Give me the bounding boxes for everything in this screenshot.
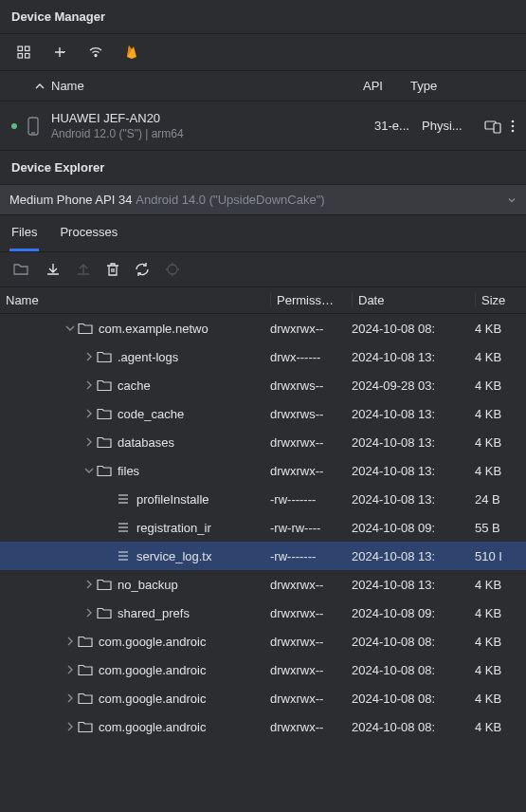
mirror-icon[interactable] bbox=[484, 119, 501, 134]
file-column-permissions[interactable]: Permiss… bbox=[270, 293, 352, 307]
add-device-icon[interactable] bbox=[49, 42, 70, 63]
folder-icon bbox=[97, 407, 112, 420]
tree-item-perms: drwxrwx-- bbox=[270, 720, 352, 734]
tree-row[interactable]: cachedrwxrws--2024-09-28 03:4 KB bbox=[0, 371, 526, 399]
tree-row[interactable]: com.google.androicdrwxrwx--2024-10-08 08… bbox=[0, 684, 526, 712]
more-icon[interactable] bbox=[511, 119, 515, 134]
tree-item-perms: drwxrwx-- bbox=[270, 322, 352, 336]
tree-row[interactable]: databasesdrwxrwx--2024-10-08 13:4 KB bbox=[0, 428, 526, 456]
tree-row[interactable]: com.example.netwodrwxrwx--2024-10-08 08:… bbox=[0, 314, 526, 342]
tree-item-perms: drwxrws-- bbox=[270, 407, 352, 421]
target-icon[interactable] bbox=[165, 262, 180, 277]
chevron-right-icon[interactable] bbox=[82, 605, 97, 620]
tree-item-perms: drwxrwx-- bbox=[270, 635, 352, 649]
file-column-name[interactable]: Name bbox=[0, 293, 270, 307]
sync-icon[interactable] bbox=[135, 262, 150, 277]
tree-row[interactable]: com.google.androicdrwxrwx--2024-10-08 08… bbox=[0, 712, 526, 741]
chevron-right-icon[interactable] bbox=[63, 691, 78, 706]
tree-row[interactable]: shared_prefsdrwxrwx--2024-10-08 09:4 KB bbox=[0, 599, 526, 627]
tree-item-date: 2024-10-08 08: bbox=[352, 720, 475, 734]
tree-row[interactable]: com.google.androicdrwxrwx--2024-10-08 08… bbox=[0, 627, 526, 655]
device-row[interactable]: HUAWEI JEF-AN20 Android 12.0 ("S") | arm… bbox=[0, 102, 526, 151]
new-folder-icon[interactable] bbox=[13, 262, 30, 277]
upload-icon[interactable] bbox=[76, 262, 91, 277]
tree-item-size: 4 KB bbox=[475, 407, 526, 421]
tree-item-name: .agent-logs bbox=[118, 350, 270, 364]
tree-item-date: 2024-10-08 08: bbox=[352, 663, 475, 677]
chevron-right-icon[interactable] bbox=[82, 349, 97, 364]
tree-row[interactable]: com.google.androicdrwxrwx--2024-10-08 08… bbox=[0, 655, 526, 684]
tree-row[interactable]: profileInstalle-rw-------2024-10-08 13:2… bbox=[0, 485, 526, 513]
file-column-size[interactable]: Size bbox=[475, 293, 526, 307]
tree-item-size: 510 I bbox=[475, 549, 526, 563]
chevron-down-icon[interactable] bbox=[82, 463, 97, 478]
chevron-right-icon[interactable] bbox=[63, 719, 78, 734]
tree-item-date: 2024-10-08 13: bbox=[352, 464, 475, 478]
tree-item-perms: drwx------ bbox=[270, 350, 352, 364]
tree-item-date: 2024-10-08 13: bbox=[352, 435, 475, 450]
folder-icon bbox=[97, 378, 112, 392]
tree-item-date: 2024-10-08 13: bbox=[352, 492, 475, 507]
chevron-placeholder bbox=[100, 491, 116, 507]
tree-row[interactable]: .agent-logsdrwx------2024-10-08 13:4 KB bbox=[0, 342, 526, 371]
firebase-icon[interactable] bbox=[121, 42, 142, 63]
tree-item-name: code_cache bbox=[118, 407, 270, 421]
tree-item-name: com.google.androic bbox=[99, 663, 270, 677]
chevron-right-icon[interactable] bbox=[82, 434, 97, 450]
tree-item-perms: drwxrwx-- bbox=[270, 578, 352, 592]
tree-item-name: shared_prefs bbox=[118, 606, 270, 620]
tree-item-perms: drwxrwx-- bbox=[270, 692, 352, 706]
device-manager-title: Device Manager bbox=[0, 0, 526, 34]
device-selector-dropdown[interactable]: Medium Phone API 34 Android 14.0 ("Upsid… bbox=[0, 185, 526, 215]
column-header-api[interactable]: API bbox=[363, 79, 410, 93]
chevron-down-icon[interactable] bbox=[63, 321, 78, 336]
tree-item-size: 24 B bbox=[475, 492, 526, 507]
chevron-right-icon[interactable] bbox=[63, 662, 78, 677]
folder-icon bbox=[78, 692, 93, 705]
device-info: HUAWEI JEF-AN20 Android 12.0 ("S") | arm… bbox=[51, 111, 374, 140]
tree-item-size: 4 KB bbox=[475, 435, 526, 450]
folder-icon bbox=[97, 606, 112, 619]
chevron-right-icon[interactable] bbox=[82, 577, 97, 592]
column-header-type[interactable]: Type bbox=[410, 79, 515, 93]
tab-files[interactable]: Files bbox=[9, 215, 39, 251]
svg-rect-5 bbox=[28, 118, 38, 135]
tree-item-name: com.google.androic bbox=[99, 720, 270, 734]
download-icon[interactable] bbox=[45, 262, 61, 277]
tree-row[interactable]: registration_ir-rw-rw----2024-10-08 09:5… bbox=[0, 513, 526, 542]
tree-item-size: 4 KB bbox=[475, 606, 526, 620]
device-api: 31-e... bbox=[374, 119, 422, 133]
tree-item-perms: drwxrwx-- bbox=[270, 464, 352, 478]
svg-rect-2 bbox=[18, 54, 23, 59]
file-icon bbox=[116, 492, 131, 506]
wifi-icon[interactable] bbox=[85, 42, 106, 63]
file-toolbar bbox=[0, 252, 526, 286]
delete-icon[interactable] bbox=[106, 262, 119, 277]
tree-row[interactable]: service_log.tx-rw-------2024-10-08 13:51… bbox=[0, 542, 526, 570]
chevron-right-icon[interactable] bbox=[82, 406, 97, 421]
svg-rect-8 bbox=[494, 123, 500, 133]
tree-item-perms: drwxrwx-- bbox=[270, 435, 352, 450]
tree-row[interactable]: filesdrwxrwx--2024-10-08 13:4 KB bbox=[0, 456, 526, 485]
tree-row[interactable]: no_backupdrwxrwx--2024-10-08 13:4 KB bbox=[0, 570, 526, 599]
tree-item-size: 55 B bbox=[475, 521, 526, 535]
chevron-right-icon[interactable] bbox=[63, 634, 78, 649]
tree-row[interactable]: code_cachedrwxrws--2024-10-08 13:4 KB bbox=[0, 399, 526, 428]
device-table-header: Name API Type bbox=[0, 71, 526, 102]
folder-icon bbox=[97, 350, 112, 363]
tree-item-name: files bbox=[118, 464, 270, 478]
tree-item-date: 2024-10-08 13: bbox=[352, 350, 475, 364]
file-column-date[interactable]: Date bbox=[352, 293, 475, 307]
tab-processes[interactable]: Processes bbox=[58, 215, 119, 251]
tree-item-date: 2024-10-08 13: bbox=[352, 407, 475, 421]
column-header-name[interactable]: Name bbox=[51, 79, 363, 93]
svg-rect-0 bbox=[18, 46, 23, 51]
grid-icon[interactable] bbox=[13, 42, 34, 63]
tree-item-name: service_log.tx bbox=[136, 549, 270, 563]
file-tree: com.example.netwodrwxrwx--2024-10-08 08:… bbox=[0, 314, 526, 741]
folder-icon bbox=[78, 322, 93, 335]
chevron-up-icon[interactable] bbox=[34, 81, 45, 92]
chevron-right-icon[interactable] bbox=[82, 378, 97, 393]
tree-item-size: 4 KB bbox=[475, 464, 526, 478]
folder-icon bbox=[78, 663, 93, 676]
